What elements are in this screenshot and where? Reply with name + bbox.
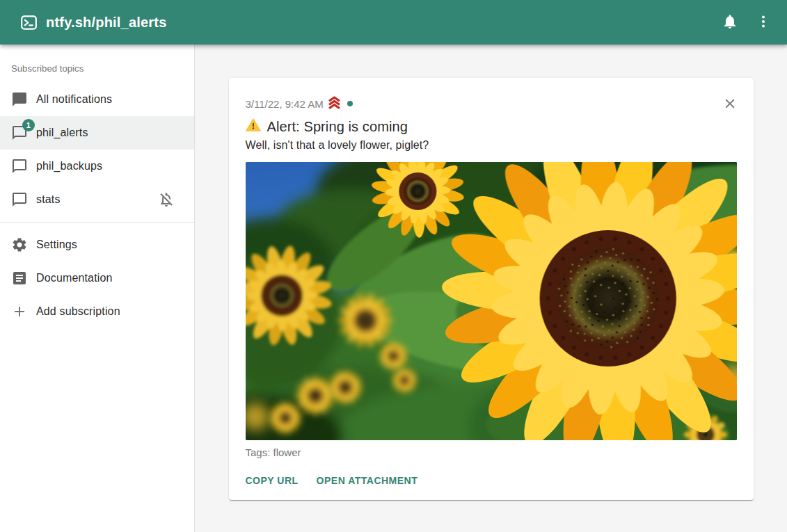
chat-bubble-outline-icon <box>11 191 28 208</box>
notification-title-row: Alert: Spring is coming <box>246 118 737 136</box>
sidebar-item-documentation[interactable]: Documentation <box>0 261 194 295</box>
subscribed-topics-subheader: Subscribed topics <box>0 45 194 83</box>
sidebar-item-settings[interactable]: Settings <box>0 228 194 261</box>
copy-url-button[interactable]: COPY URL <box>240 468 304 493</box>
notification-meta: 3/11/22, 9:42 AM <box>246 95 737 112</box>
main-content: 3/11/22, 9:42 AM <box>195 45 787 532</box>
sidebar-item-phil-backups[interactable]: phil_backups <box>0 150 194 183</box>
chat-bubble-outline-icon <box>11 158 28 175</box>
sidebar: Subscribed topics All notifications 1 ph… <box>0 45 195 532</box>
notification-card: 3/11/22, 9:42 AM <box>229 78 754 500</box>
app-bar: ntfy.sh/phil_alerts <box>0 0 787 45</box>
open-attachment-button[interactable]: OPEN ATTACHMENT <box>311 468 424 493</box>
more-vert-icon <box>755 13 772 32</box>
unread-dot <box>347 101 353 106</box>
unread-count-badge: 1 <box>22 119 35 131</box>
sidebar-item-stats[interactable]: stats <box>0 183 194 216</box>
chat-bubble-outline-icon: 1 <box>11 124 28 141</box>
notifications-bell-icon <box>722 13 738 32</box>
sidebar-item-label: phil_alerts <box>36 127 88 139</box>
notification-tags: Tags: flower <box>246 446 737 458</box>
attachment-image[interactable] <box>246 162 737 440</box>
sidebar-item-label: Documentation <box>36 272 113 284</box>
close-icon <box>722 96 738 113</box>
notification-actions: COPY URL OPEN ATTACHMENT <box>240 468 737 493</box>
sidebar-item-label: Settings <box>36 239 77 251</box>
notification-title: Alert: Spring is coming <box>267 119 408 135</box>
overflow-menu-button[interactable] <box>747 6 780 39</box>
notifications-bell-button[interactable] <box>713 6 747 39</box>
settings-gear-icon <box>11 236 28 253</box>
sidebar-item-add-subscription[interactable]: Add subscription <box>0 295 194 328</box>
notification-timestamp: 3/11/22, 9:42 AM <box>246 98 324 110</box>
document-icon <box>11 270 28 287</box>
sidebar-item-label: Add subscription <box>36 305 120 318</box>
priority-high-chevrons-icon <box>327 95 342 112</box>
sidebar-divider <box>0 222 194 223</box>
notification-body: Well, isn't that a lovely flower, piglet… <box>246 139 737 152</box>
terminal-logo-icon <box>19 13 38 32</box>
close-notification-button[interactable] <box>715 90 745 119</box>
sidebar-item-label: All notifications <box>36 93 112 106</box>
plus-icon <box>11 303 28 320</box>
warning-triangle-icon <box>246 118 261 136</box>
chat-bubble-filled-icon <box>11 91 28 108</box>
sidebar-item-all-notifications[interactable]: All notifications <box>0 83 194 116</box>
app-bar-title: ntfy.sh/phil_alerts <box>46 15 166 31</box>
sidebar-item-label: stats <box>36 193 61 206</box>
notifications-off-icon <box>158 191 175 208</box>
sidebar-item-label: phil_backups <box>36 160 102 172</box>
sidebar-item-phil-alerts[interactable]: 1 phil_alerts <box>0 116 194 150</box>
